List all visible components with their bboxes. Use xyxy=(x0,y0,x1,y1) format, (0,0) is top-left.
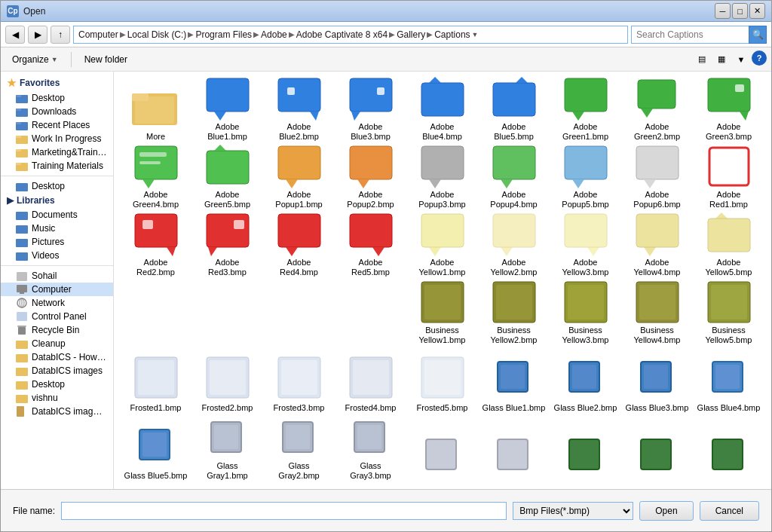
adobe-green5-icon xyxy=(205,145,250,188)
view-list-button[interactable]: ▤ xyxy=(693,50,711,69)
filename-input[interactable] xyxy=(61,502,507,520)
file-item-partial4[interactable] xyxy=(621,417,693,485)
favorites-header[interactable]: ★ Favorites xyxy=(1,75,113,91)
file-item-adobe-red2[interactable]: Adobe Red2.bmp xyxy=(120,213,191,281)
file-item-glass-blue3[interactable]: Glass Blue3.bmp xyxy=(621,349,693,417)
file-item-partial2[interactable] xyxy=(478,417,550,485)
file-item-adobe-yellow3[interactable]: Adobe Yellow3.bmp xyxy=(550,213,621,281)
file-item-glass-blue4[interactable]: Glass Blue4.bmp xyxy=(693,349,764,417)
new-folder-button[interactable]: New folder xyxy=(78,50,134,69)
sidebar-item-marketing[interactable]: Marketing&Training xyxy=(1,145,113,159)
back-button[interactable]: ◀ xyxy=(5,26,25,44)
file-item-partial3[interactable] xyxy=(550,417,621,485)
file-item-adobe-popup5[interactable]: Adobe Popup5.bmp xyxy=(550,145,621,213)
file-item-adobe-blue1[interactable]: Adobe Blue1.bmp xyxy=(191,78,263,145)
file-item-adobe-popup4[interactable]: Adobe Popup4.bmp xyxy=(478,145,550,213)
view-dropdown-button[interactable]: ▼ xyxy=(732,50,750,69)
file-item-adobe-red3[interactable]: Adobe Red3.bmp xyxy=(191,213,263,281)
file-item-glass-gray3[interactable]: Glass Gray3.bmp xyxy=(335,417,406,485)
sidebar-item-databics-images[interactable]: DatabICS images xyxy=(1,364,113,378)
maximize-button[interactable]: □ xyxy=(732,3,748,19)
file-item-frosted5[interactable]: Frosted5.bmp xyxy=(406,349,478,417)
file-item-glass-gray1[interactable]: Glass Gray1.bmp xyxy=(191,417,263,485)
view-icon-button[interactable]: ▦ xyxy=(712,50,731,69)
file-item-business-yellow3[interactable]: Business Yellow3.bmp xyxy=(550,281,621,349)
file-item-adobe-red5[interactable]: Adobe Red5.bmp xyxy=(335,213,406,281)
file-item-adobe-green3[interactable]: Adobe Green3.bmp xyxy=(693,78,764,145)
sidebar-item-videos[interactable]: Videos xyxy=(1,249,113,262)
business-yellow1-icon xyxy=(420,280,465,324)
file-item-glass-blue1[interactable]: Glass Blue1.bmp xyxy=(478,349,550,417)
sidebar-item-controlpanel[interactable]: Control Panel xyxy=(1,310,113,323)
svg-rect-129 xyxy=(426,439,456,469)
forward-button[interactable]: ▶ xyxy=(28,26,47,44)
organize-button[interactable]: Organize ▼ xyxy=(5,50,65,69)
file-item-adobe-popup3[interactable]: Adobe Popup3.bmp xyxy=(406,145,478,213)
sidebar-item-databics-zip[interactable]: DatabICS images.zip xyxy=(1,405,113,418)
sidebar-item-databics-how[interactable]: DatabICS - How t... xyxy=(1,350,113,364)
sidebar-item-desktop2[interactable]: Desktop xyxy=(1,179,113,193)
cancel-button[interactable]: Cancel xyxy=(700,501,759,521)
file-item-glass-blue2[interactable]: Glass Blue2.bmp xyxy=(550,349,621,417)
file-item-adobe-yellow2[interactable]: Adobe Yellow2.bmp xyxy=(478,213,550,281)
file-item-adobe-blue5[interactable]: Adobe Blue5.bmp xyxy=(478,78,550,145)
file-item-business-yellow1[interactable]: Business Yellow1.bmp xyxy=(406,281,478,349)
search-input[interactable] xyxy=(631,26,767,44)
sidebar-item-workinprogress[interactable]: Work In Progress xyxy=(1,132,113,145)
favorites-section: ★ Favorites Desktop Downloads Recent Pla… xyxy=(1,75,113,173)
file-item-adobe-blue3[interactable]: Adobe Blue3.bmp xyxy=(335,78,406,145)
sidebar-item-music[interactable]: Music xyxy=(1,222,113,235)
file-item-adobe-red4[interactable]: Adobe Red4.bmp xyxy=(263,213,335,281)
adobe-blue1-icon xyxy=(205,77,250,121)
file-item-adobe-popup2[interactable]: Adobe Popup2.bmp xyxy=(335,145,406,213)
file-item-adobe-popup6[interactable]: Adobe Popup6.bmp xyxy=(621,145,693,213)
file-item-adobe-red1[interactable]: Adobe Red1.bmp xyxy=(693,145,764,213)
filetype-select[interactable]: Bmp Files(*.bmp) xyxy=(513,502,633,520)
sidebar-item-sohail[interactable]: Sohail xyxy=(1,269,113,283)
sidebar-item-recent[interactable]: Recent Places xyxy=(1,118,113,132)
open-button[interactable]: Open xyxy=(639,501,693,521)
sidebar-item-desktop3[interactable]: Desktop xyxy=(1,378,113,391)
file-item-partial1[interactable] xyxy=(406,417,478,485)
file-item-business-yellow4[interactable]: Business Yellow4.bmp xyxy=(621,281,693,349)
address-path[interactable]: Computer ▶ Local Disk (C:) ▶ Program Fil… xyxy=(73,26,628,44)
file-item-adobe-green1[interactable]: Adobe Green1.bmp xyxy=(550,78,621,145)
sidebar-item-desktop[interactable]: Desktop xyxy=(1,91,113,105)
file-item-adobe-yellow5[interactable]: Adobe Yellow5.bmp xyxy=(693,213,764,281)
help-button[interactable]: ? xyxy=(752,50,767,66)
file-item-glass-gray2[interactable]: Glass Gray2.bmp xyxy=(263,417,335,485)
file-item-partial5[interactable] xyxy=(693,417,764,485)
sidebar-item-vishnu[interactable]: vishnu xyxy=(1,391,113,405)
sidebar-item-cleanup[interactable]: Cleanup xyxy=(1,337,113,350)
file-item-adobe-green4[interactable]: Adobe Green4.bmp xyxy=(120,145,191,213)
file-item-business-yellow2[interactable]: Business Yellow2.bmp xyxy=(478,281,550,349)
file-item-frosted3[interactable]: Frosted3.bmp xyxy=(263,349,335,417)
file-item-adobe-blue4[interactable]: Adobe Blue4.bmp xyxy=(406,78,478,145)
file-item-frosted4[interactable]: Frosted4.bmp xyxy=(335,349,406,417)
sidebar-item-downloads[interactable]: Downloads xyxy=(1,105,113,118)
file-item-adobe-blue2[interactable]: Adobe Blue2.bmp xyxy=(263,78,335,145)
file-item-adobe-green2[interactable]: Adobe Green2.bmp xyxy=(621,78,693,145)
sidebar-item-training[interactable]: Training Materials xyxy=(1,159,113,173)
file-item-frosted1[interactable]: Frosted1.bmp xyxy=(120,349,191,417)
file-item-adobe-yellow4[interactable]: Adobe Yellow4.bmp xyxy=(621,213,693,281)
file-item-more[interactable]: More xyxy=(120,78,191,145)
svg-marker-36 xyxy=(214,112,226,121)
close-button[interactable]: ✕ xyxy=(749,3,765,19)
sidebar-item-pictures[interactable]: Pictures xyxy=(1,235,113,249)
sidebar-item-recyclebin[interactable]: Recycle Bin xyxy=(1,323,113,337)
file-item-frosted2[interactable]: Frosted2.bmp xyxy=(191,349,263,417)
file-item-adobe-green5[interactable]: Adobe Green5.bmp xyxy=(191,145,263,213)
file-item-business-yellow5[interactable]: Business Yellow5.bmp xyxy=(693,281,764,349)
sidebar-item-documents[interactable]: Documents xyxy=(1,208,113,222)
libraries-header[interactable]: ▶ Libraries xyxy=(1,193,113,208)
up-button[interactable]: ↑ xyxy=(51,26,70,44)
sidebar-item-computer[interactable]: Computer xyxy=(1,283,113,296)
sidebar-item-network[interactable]: Network xyxy=(1,296,113,310)
desktop3-icon xyxy=(16,379,28,390)
file-item-glass-blue5[interactable]: Glass Blue5.bmp xyxy=(120,417,191,485)
file-item-adobe-yellow1[interactable]: Adobe Yellow1.bmp xyxy=(406,213,478,281)
search-button[interactable]: 🔍 xyxy=(749,26,767,44)
file-item-adobe-popup1[interactable]: Adobe Popup1.bmp xyxy=(263,145,335,213)
minimize-button[interactable]: ─ xyxy=(715,3,731,19)
